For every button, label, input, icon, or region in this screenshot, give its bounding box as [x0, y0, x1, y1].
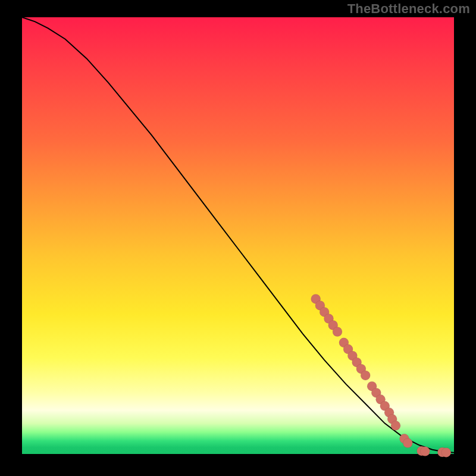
- data-point: [441, 447, 451, 457]
- chart-frame: TheBottleneck.com: [0, 0, 476, 476]
- watermark-text: TheBottleneck.com: [347, 1, 470, 17]
- data-point: [333, 327, 342, 337]
- data-point: [361, 371, 370, 380]
- data-points: [311, 294, 451, 457]
- data-point: [403, 439, 412, 448]
- data-point: [391, 421, 400, 430]
- data-point: [420, 447, 430, 456]
- plot-area: [22, 17, 454, 454]
- bottleneck-curve: [22, 17, 454, 453]
- chart-svg: [22, 17, 454, 454]
